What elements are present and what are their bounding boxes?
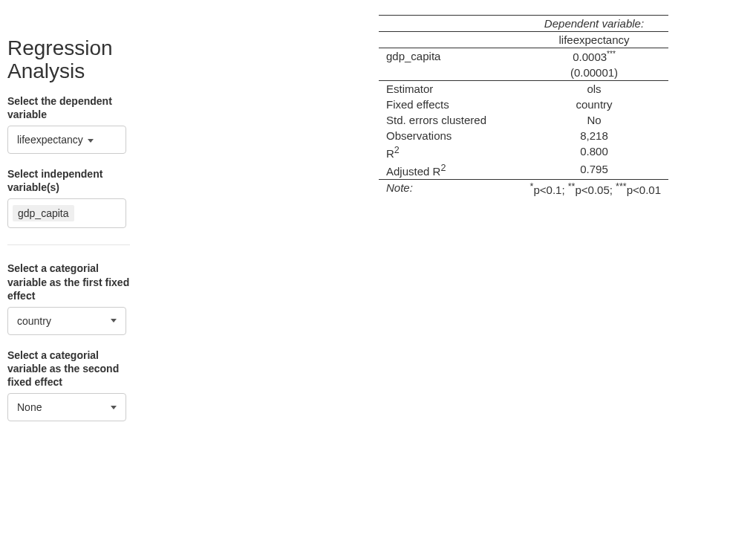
dep-header: Dependent variable: bbox=[520, 16, 668, 32]
note-row: Note: *p<0.1; **p<0.05; ***p<0.01 bbox=[379, 180, 668, 198]
sidebar: Regression Analysis Select the dependent… bbox=[0, 0, 141, 442]
stat-label: Adjusted R2 bbox=[379, 161, 520, 180]
chevron-down-icon bbox=[111, 319, 117, 322]
dep-name: lifeexpectancy bbox=[520, 32, 668, 48]
stat-label: R2 bbox=[379, 143, 520, 161]
fe1-group: Select a categorial variable as the firs… bbox=[7, 262, 134, 335]
stat-label: Fixed effects bbox=[379, 97, 520, 112]
stat-value: 0.795 bbox=[520, 161, 668, 180]
stat-row: Observations 8,218 bbox=[379, 128, 668, 143]
fe2-value: None bbox=[17, 401, 42, 413]
stat-label: Std. errors clustered bbox=[379, 112, 520, 128]
stat-row: Estimator ols bbox=[379, 81, 668, 97]
stat-row: R2 0.800 bbox=[379, 143, 668, 161]
depvar-group: Select the dependent variable lifeexpect… bbox=[7, 94, 134, 154]
indepvar-input[interactable]: gdp_capita bbox=[7, 198, 126, 228]
chevron-down-icon bbox=[88, 139, 94, 143]
indepvar-label: Select independent variable(s) bbox=[7, 167, 134, 194]
depvar-value: lifeexpectancy bbox=[17, 134, 83, 146]
regression-table: Dependent variable: lifeexpectancy gdp_c… bbox=[379, 15, 668, 198]
stat-value: 8,218 bbox=[520, 128, 668, 143]
fe2-dropdown[interactable]: None bbox=[7, 393, 126, 421]
stat-value: ols bbox=[520, 81, 668, 97]
fe1-value: country bbox=[17, 315, 51, 327]
fe2-group: Select a categorial variable as the seco… bbox=[7, 348, 134, 422]
indepvar-group: Select independent variable(s) gdp_capit… bbox=[7, 167, 134, 228]
indepvar-token[interactable]: gdp_capita bbox=[13, 205, 74, 221]
coef-name: gdp_capita bbox=[379, 48, 520, 65]
stat-value: No bbox=[520, 112, 668, 128]
stat-value: country bbox=[520, 97, 668, 112]
depvar-dropdown[interactable]: lifeexpectancy bbox=[7, 126, 126, 154]
fe1-label: Select a categorial variable as the firs… bbox=[7, 262, 134, 302]
coef-se: (0.00001) bbox=[520, 65, 668, 81]
divider bbox=[7, 244, 130, 245]
stat-row: Std. errors clustered No bbox=[379, 112, 668, 128]
stat-row: Adjusted R2 0.795 bbox=[379, 161, 668, 180]
coef-row: gdp_capita 0.0003*** bbox=[379, 48, 668, 65]
fe2-label: Select a categorial variable as the seco… bbox=[7, 348, 134, 389]
note-label: Note: bbox=[379, 180, 520, 198]
stat-label: Observations bbox=[379, 128, 520, 143]
stat-row: Fixed effects country bbox=[379, 97, 668, 112]
chevron-down-icon bbox=[111, 406, 117, 409]
coef-estimate: 0.0003*** bbox=[520, 48, 668, 65]
note-text: *p<0.1; **p<0.05; ***p<0.01 bbox=[520, 180, 668, 198]
stat-value: 0.800 bbox=[520, 143, 668, 161]
fe1-dropdown[interactable]: country bbox=[7, 307, 126, 335]
stat-label: Estimator bbox=[379, 81, 520, 97]
page-title: Regression Analysis bbox=[7, 37, 134, 83]
results-panel: Dependent variable: lifeexpectancy gdp_c… bbox=[141, 0, 756, 205]
depvar-label: Select the dependent variable bbox=[7, 94, 134, 121]
